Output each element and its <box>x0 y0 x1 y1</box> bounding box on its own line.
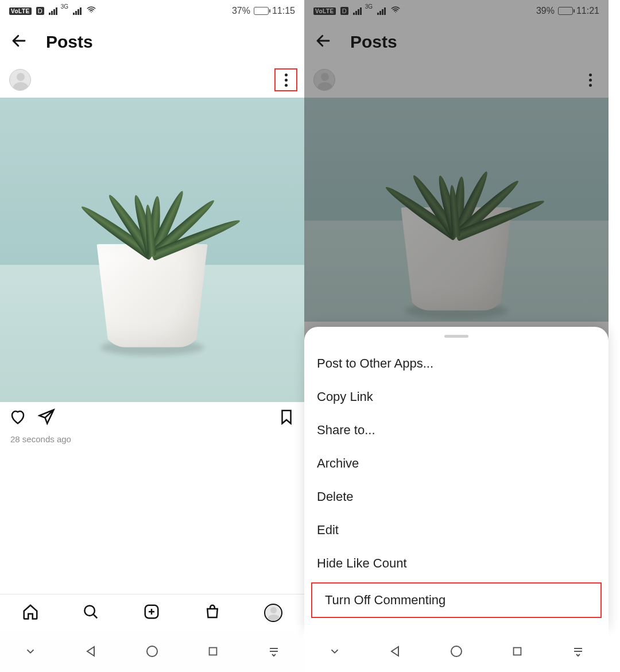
post-timestamp: 28 seconds ago <box>0 434 304 444</box>
sys-menu-icon[interactable] <box>266 644 281 659</box>
page-title: Posts <box>46 32 93 52</box>
share-button[interactable] <box>38 408 55 428</box>
menu-hide-like-count[interactable]: Hide Like Count <box>304 547 609 580</box>
menu-archive[interactable]: Archive <box>304 447 609 480</box>
signal-icon-2 <box>377 7 386 15</box>
page-title: Posts <box>350 32 397 52</box>
like-button[interactable] <box>9 408 26 428</box>
post-image[interactable] <box>0 98 304 402</box>
svg-rect-5 <box>514 648 521 655</box>
post-actions <box>0 402 304 434</box>
avatar[interactable] <box>313 69 335 91</box>
sheet-drag-handle[interactable] <box>444 335 468 338</box>
sys-dropdown-icon[interactable] <box>327 644 342 659</box>
nav-profile-avatar[interactable] <box>264 604 282 622</box>
status-bar: VoLTE D 3G 39% 11:21 <box>304 0 609 22</box>
post-header <box>0 62 304 98</box>
signal-icon-2 <box>73 7 82 15</box>
svg-rect-3 <box>210 648 217 655</box>
bookmark-button[interactable] <box>278 408 295 428</box>
system-nav <box>0 631 304 672</box>
more-options-button[interactable] <box>579 68 602 91</box>
phone-screen-left: VoLTE D 3G 37% 11:15 Posts <box>0 0 304 672</box>
sys-menu-icon[interactable] <box>571 644 586 659</box>
nav-shop-icon[interactable] <box>204 603 221 623</box>
sim-d-badge: D <box>340 7 348 15</box>
back-arrow-icon[interactable] <box>315 32 332 52</box>
sys-recent-icon[interactable] <box>206 644 220 659</box>
volte-badge: VoLTE <box>9 7 32 15</box>
network-3g-label: 3G <box>365 3 373 10</box>
signal-icon <box>49 7 57 15</box>
battery-percent: 37% <box>232 6 250 16</box>
menu-share-to[interactable]: Share to... <box>304 414 609 447</box>
sys-home-icon[interactable] <box>449 644 464 659</box>
battery-icon <box>254 7 269 15</box>
phone-screen-right: VoLTE D 3G 39% 11:21 Posts <box>304 0 609 672</box>
avatar[interactable] <box>9 69 31 91</box>
post-header <box>304 62 609 98</box>
wifi-icon <box>390 5 401 17</box>
nav-create-icon[interactable] <box>143 603 160 623</box>
network-3g-label: 3G <box>61 3 68 10</box>
sys-recent-icon[interactable] <box>510 644 525 659</box>
clock: 11:21 <box>576 6 599 16</box>
menu-copy-link[interactable]: Copy Link <box>304 380 609 414</box>
svg-point-4 <box>451 646 462 656</box>
status-bar: VoLTE D 3G 37% 11:15 <box>0 0 304 22</box>
battery-icon <box>558 7 573 15</box>
menu-delete[interactable]: Delete <box>304 480 609 513</box>
bottom-nav <box>0 594 304 631</box>
kebab-icon <box>285 74 288 87</box>
svg-point-2 <box>147 646 157 656</box>
wifi-icon <box>86 5 96 17</box>
back-arrow-icon[interactable] <box>10 32 28 52</box>
svg-point-0 <box>85 605 95 616</box>
nav-home-icon[interactable] <box>22 603 39 623</box>
kebab-icon <box>589 74 592 87</box>
app-header: Posts <box>304 22 609 62</box>
menu-edit[interactable]: Edit <box>304 513 609 547</box>
signal-icon <box>353 7 362 15</box>
sim-d-badge: D <box>36 7 44 15</box>
sys-back-icon[interactable] <box>388 644 403 659</box>
sys-back-icon[interactable] <box>84 644 99 659</box>
more-options-button[interactable] <box>274 68 297 91</box>
nav-search-icon[interactable] <box>82 603 99 623</box>
app-header: Posts <box>0 22 304 62</box>
system-nav <box>304 631 609 672</box>
options-bottom-sheet: Post to Other Apps... Copy Link Share to… <box>304 327 609 631</box>
clock: 11:15 <box>272 6 295 16</box>
volte-badge: VoLTE <box>313 7 336 15</box>
menu-post-to-other-apps[interactable]: Post to Other Apps... <box>304 347 609 380</box>
post-image[interactable] <box>304 98 609 322</box>
menu-turn-off-commenting[interactable]: Turn Off Commenting <box>311 582 602 618</box>
sys-dropdown-icon[interactable] <box>23 644 38 659</box>
battery-percent: 39% <box>536 6 555 16</box>
sys-home-icon[interactable] <box>145 644 160 659</box>
